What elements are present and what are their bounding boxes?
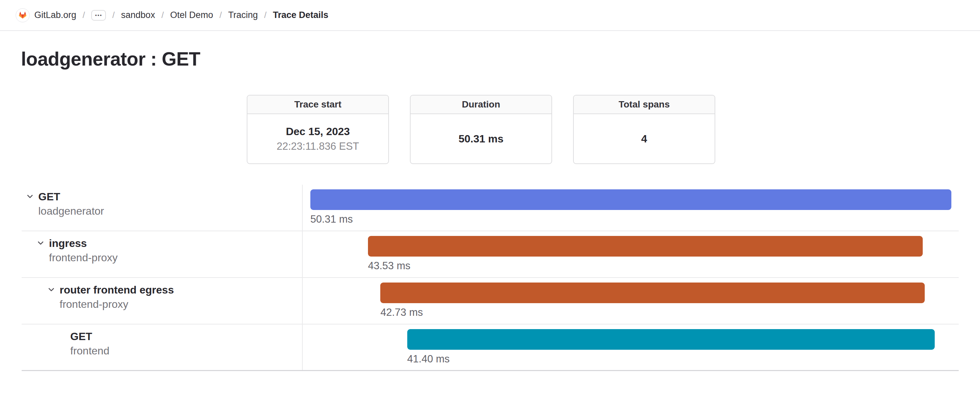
span-timeline-cell: 41.40 ms: [302, 324, 959, 370]
span-service: frontend-proxy: [60, 298, 174, 311]
span-duration-bar[interactable]: [407, 329, 935, 350]
breadcrumb-item-project[interactable]: Otel Demo: [170, 10, 213, 20]
total-spans-card: Total spans 4: [573, 95, 715, 164]
duration-value: 50.31 ms: [458, 133, 503, 145]
span-operation: ingress: [49, 236, 118, 250]
card-title: Trace start: [247, 95, 388, 114]
span-duration-label: 42.73 ms: [380, 306, 423, 319]
breadcrumb-bar: GitLab.org / ••• / sandbox / Otel Demo /…: [0, 0, 980, 31]
tanuki-icon: [18, 11, 27, 20]
span-waterfall: GET loadgenerator 50.31 ms ingress front…: [22, 185, 959, 371]
breadcrumb-item-current: Trace Details: [273, 10, 328, 20]
span-row: ingress frontend-proxy 43.53 ms: [22, 231, 959, 278]
trace-start-date: Dec 15, 2023: [286, 125, 350, 138]
breadcrumb-separator: /: [83, 10, 85, 20]
card-title: Duration: [410, 95, 551, 114]
trace-start-card: Trace start Dec 15, 2023 22:23:11.836 ES…: [247, 95, 389, 164]
breadcrumb: GitLab.org / ••• / sandbox / Otel Demo /…: [16, 8, 328, 22]
span-timeline-cell: 43.53 ms: [302, 231, 959, 277]
chevron-down-icon[interactable]: [26, 190, 38, 201]
chevron-down-icon[interactable]: [37, 236, 49, 248]
span-timeline-cell: 50.31 ms: [302, 185, 959, 231]
card-title: Total spans: [574, 95, 714, 114]
span-label-cell: GET frontend: [22, 324, 302, 370]
span-timeline-cell: 42.73 ms: [302, 278, 959, 324]
span-duration-bar[interactable]: [310, 189, 951, 210]
trace-start-time: 22:23:11.836 EST: [277, 140, 359, 152]
span-label-cell: GET loadgenerator: [22, 185, 302, 231]
breadcrumb-item-sandbox[interactable]: sandbox: [121, 10, 155, 20]
span-operation: GET: [70, 330, 109, 343]
span-operation: router frontend egress: [60, 283, 174, 297]
summary-cards: Trace start Dec 15, 2023 22:23:11.836 ES…: [247, 95, 980, 164]
span-duration-bar[interactable]: [380, 282, 925, 303]
breadcrumb-separator: /: [112, 10, 115, 20]
breadcrumb-separator: /: [220, 10, 222, 20]
span-label-cell: router frontend egress frontend-proxy: [22, 278, 302, 324]
span-duration-label: 41.40 ms: [407, 353, 450, 365]
span-service: frontend: [70, 344, 109, 357]
span-service: loadgenerator: [38, 204, 104, 217]
page-title: loadgenerator : GET: [21, 48, 980, 70]
span-duration-label: 43.53 ms: [368, 260, 410, 272]
duration-card: Duration 50.31 ms: [410, 95, 552, 164]
breadcrumb-separator: /: [264, 10, 266, 20]
chevron-down-icon[interactable]: [47, 283, 60, 295]
breadcrumb-separator: /: [162, 10, 164, 20]
total-spans-value: 4: [641, 133, 648, 145]
breadcrumb-ellipsis-button[interactable]: •••: [91, 10, 106, 21]
span-service: frontend-proxy: [49, 251, 118, 264]
span-operation: GET: [38, 190, 104, 203]
span-label-cell: ingress frontend-proxy: [22, 231, 302, 277]
span-row: GET frontend 41.40 ms: [22, 324, 959, 371]
span-duration-bar[interactable]: [368, 236, 923, 257]
trace-details-page: loadgenerator : GET Trace start Dec 15, …: [0, 48, 980, 371]
span-row: GET loadgenerator 50.31 ms: [22, 185, 959, 231]
span-duration-label: 50.31 ms: [310, 213, 353, 225]
gitlab-logo-icon[interactable]: [16, 8, 30, 22]
span-row: router frontend egress frontend-proxy 42…: [22, 278, 959, 324]
breadcrumb-item-tracing[interactable]: Tracing: [228, 10, 258, 20]
breadcrumb-item-group[interactable]: GitLab.org: [34, 10, 76, 20]
